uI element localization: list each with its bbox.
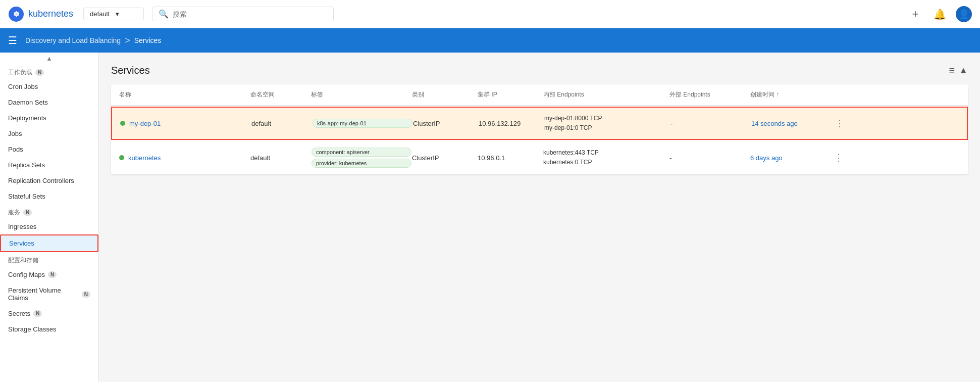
breadcrumb-parent[interactable]: Discovery and Load Balancing (25, 36, 121, 44)
row-internal-endpoints: my-dep-01:8000 TCPmy-dep-01:0 TCP (544, 114, 670, 133)
filter-icon[interactable]: ≡ (949, 65, 955, 76)
row-labels: k8s-app: my-dep-01 (312, 118, 413, 128)
pods-label: Pods (8, 146, 23, 153)
col-external-endpoints: 外部 Endpoints (669, 90, 750, 99)
header-actions: ≡ ▲ (949, 65, 968, 76)
sidebar-item-pods[interactable]: Pods (0, 141, 98, 157)
row-name-cell: kubernetes (119, 154, 250, 162)
created-time-link[interactable]: 6 days ago (750, 154, 783, 162)
service-name-link[interactable]: kubernetes (128, 154, 161, 162)
row-more-button[interactable]: ⋮ (831, 152, 846, 163)
config-maps-badge: N (48, 271, 57, 278)
collapse-icon[interactable]: ▲ (959, 65, 968, 76)
search-bar[interactable]: 🔍 (152, 7, 334, 21)
breadcrumb-current: Services (134, 36, 162, 44)
sidebar-item-ingresses[interactable]: Ingresses (0, 219, 98, 234)
search-input[interactable] (173, 10, 327, 18)
sidebar-section-services: 服务 N (0, 204, 98, 219)
app-name: kubernetes (28, 9, 73, 19)
row-cluster-ip: 10.96.0.1 (478, 154, 543, 162)
services-label: Services (9, 240, 34, 247)
logo-area[interactable]: ☸ kubernetes (8, 6, 73, 22)
table-row: kubernetes default component: apiserver … (111, 141, 968, 174)
col-name: 名称 (119, 90, 250, 99)
workloads-badge: N (35, 69, 44, 76)
sidebar-item-stateful-sets[interactable]: Stateful Sets (0, 188, 98, 204)
row-namespace: default (250, 154, 311, 162)
add-button[interactable]: + (907, 6, 923, 22)
sidebar-item-storage-classes[interactable]: Storage Classes (0, 321, 98, 337)
sidebar-section-workloads: 工作负载 N (0, 64, 98, 79)
storage-classes-label: Storage Classes (8, 325, 56, 333)
stateful-sets-label: Stateful Sets (8, 193, 45, 200)
pvc-badge: N (82, 291, 90, 298)
sidebar-item-cron-jobs[interactable]: Cron Jobs (0, 79, 98, 94)
account-button[interactable]: 👤 (956, 6, 972, 22)
status-indicator (119, 155, 124, 160)
page-title: Services (111, 65, 150, 76)
row-created: 6 days ago (750, 154, 831, 162)
row-name-cell: my-dep-01 (120, 120, 251, 127)
breadcrumb-bar: ☰ Discovery and Load Balancing > Service… (0, 28, 980, 53)
ingresses-label: Ingresses (8, 223, 36, 230)
sidebar-item-deployments[interactable]: Deployments (0, 110, 98, 126)
created-time-link[interactable]: 14 seconds ago (751, 120, 798, 127)
sidebar-item-config-maps[interactable]: Config Maps N (0, 267, 98, 282)
status-indicator (120, 121, 125, 126)
sidebar-item-replica-sets[interactable]: Replica Sets (0, 157, 98, 173)
services-section-label: 服务 (8, 208, 20, 217)
nav-actions: + 🔔 👤 (907, 6, 972, 22)
services-badge: N (23, 209, 32, 216)
col-labels: 标签 (311, 90, 412, 99)
sidebar-item-replication-controllers[interactable]: Replication Controllers (0, 173, 98, 188)
row-created: 14 seconds ago (751, 120, 832, 127)
namespace-selector[interactable]: default ▾ (83, 8, 144, 20)
deployments-label: Deployments (8, 114, 46, 122)
secrets-label: Secrets (8, 310, 30, 317)
config-maps-label: Config Maps (8, 271, 45, 278)
sidebar-item-persistent-volume-claims[interactable]: Persistent Volume Claims N (0, 282, 98, 306)
kubernetes-logo-icon: ☸ (8, 6, 24, 22)
jobs-label: Jobs (8, 130, 22, 137)
breadcrumb-separator: > (125, 35, 130, 46)
service-name-link[interactable]: my-dep-01 (129, 120, 161, 127)
scroll-up-button[interactable]: ▲ (0, 53, 98, 64)
col-type: 类别 (412, 90, 478, 99)
col-created[interactable]: 创建时间 ↑ (750, 90, 831, 99)
pvc-label: Persistent Volume Claims (8, 287, 79, 302)
replication-controllers-label: Replication Controllers (8, 177, 74, 184)
col-namespace: 命名空间 (250, 90, 311, 99)
label-chip: k8s-app: my-dep-01 (313, 119, 412, 128)
workloads-label: 工作负载 (8, 68, 32, 77)
sidebar-item-secrets[interactable]: Secrets N (0, 306, 98, 321)
top-navbar: ☸ kubernetes default ▾ 🔍 + 🔔 👤 (0, 0, 980, 28)
notification-button[interactable]: 🔔 (932, 6, 948, 22)
sidebar-item-services[interactable]: Services (0, 234, 98, 252)
sidebar-item-daemon-sets[interactable]: Daemon Sets (0, 94, 98, 110)
row-external-endpoints: - (669, 154, 750, 162)
row-namespace: default (251, 120, 312, 127)
replica-sets-label: Replica Sets (8, 161, 45, 169)
sidebar-item-jobs[interactable]: Jobs (0, 126, 98, 141)
table-row: my-dep-01 default k8s-app: my-dep-01 Clu… (111, 107, 968, 140)
config-section-label: 配置和存储 (8, 256, 38, 265)
row-type: ClusterIP (412, 154, 478, 162)
svg-text:☸: ☸ (13, 10, 20, 18)
main-layout: ▲ 工作负载 N Cron Jobs Daemon Sets Deploymen… (0, 53, 980, 382)
content-area: Services ≡ ▲ 名称 命名空间 标签 类别 集群 IP 内部 Endp… (99, 53, 980, 382)
sidebar: ▲ 工作负载 N Cron Jobs Daemon Sets Deploymen… (0, 53, 99, 382)
table-header: 名称 命名空间 标签 类别 集群 IP 内部 Endpoints 外部 Endp… (111, 84, 968, 106)
row-more-button[interactable]: ⋮ (832, 118, 847, 129)
row-internal-endpoints: kubernetes:443 TCPkubernetes:0 TCP (543, 148, 669, 167)
namespace-value: default (90, 10, 112, 18)
col-internal-endpoints: 内部 Endpoints (543, 90, 669, 99)
services-table: 名称 命名空间 标签 类别 集群 IP 内部 Endpoints 外部 Endp… (111, 84, 968, 174)
label-chip: component: apiserver (312, 148, 411, 157)
row-type: ClusterIP (413, 120, 479, 127)
row-external-endpoints: - (670, 120, 751, 127)
dropdown-icon: ▾ (116, 10, 137, 18)
col-cluster-ip: 集群 IP (478, 90, 543, 99)
secrets-badge: N (33, 310, 42, 317)
account-icon: 👤 (958, 9, 969, 20)
menu-icon[interactable]: ☰ (8, 34, 17, 46)
